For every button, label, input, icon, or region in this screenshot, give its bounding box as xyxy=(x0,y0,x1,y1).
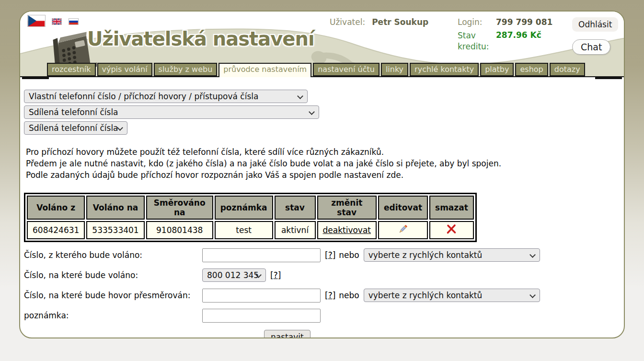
tab-sluzby-z-webu[interactable]: služby z webu xyxy=(154,63,218,76)
caller-help-link[interactable]: ? xyxy=(328,250,333,260)
col-volano-na: Voláno na xyxy=(86,196,144,220)
header-banner: Uživatelská nastavení Uživatel: Petr Sou… xyxy=(20,12,624,77)
tab-platby[interactable]: platby xyxy=(480,63,514,76)
form-row-called: Číslo, na které bude voláno: 800 012 345… xyxy=(24,268,620,282)
cell-stav: aktivní xyxy=(275,221,316,239)
bracket: ] xyxy=(333,291,336,300)
table-row: 608424631 533533401 910801438 test aktiv… xyxy=(27,221,474,239)
shared-numbers-table: Voláno z Voláno na Směrováno na poznámka… xyxy=(24,193,477,242)
tab-pruvodce-nastavenim[interactable]: průvodce nastavením xyxy=(218,63,311,77)
cell-smerovano-na: 910801438 xyxy=(146,221,213,239)
cell-volano-na: 533533401 xyxy=(86,221,144,239)
login-value: 799 799 081 xyxy=(496,17,552,27)
uk-flag-icon[interactable] xyxy=(52,18,62,25)
page-title: Uživatelská nastavení xyxy=(87,28,314,50)
intro-line-3: Podle zadaných údajů bude příchozí hovor… xyxy=(26,169,620,181)
forward-label: Číslo, na které bude hovor přesměrován: xyxy=(24,291,202,300)
user-name: Petr Soukup xyxy=(372,17,428,27)
bracket: [ xyxy=(325,291,328,300)
forward-help-link[interactable]: ? xyxy=(328,291,333,300)
called-number-select[interactable]: 800 012 345 xyxy=(202,268,266,282)
pencil-icon[interactable] xyxy=(397,223,409,235)
tab-eshop[interactable]: eshop xyxy=(515,63,548,76)
caller-label: Číslo, z kterého bude voláno: xyxy=(24,250,202,260)
submit-button[interactable]: nastavit xyxy=(264,330,310,338)
forward-help: [?] xyxy=(325,291,335,300)
form-row-note: poznámka: xyxy=(24,308,620,323)
form-row-forward: Číslo, na které bude hovor přesměrován: … xyxy=(24,288,620,303)
intro-text: Pro příchozí hovory můžete použít též te… xyxy=(26,146,620,181)
bracket: ] xyxy=(278,270,281,280)
tab-nastaveni-uctu[interactable]: nastavení účtu xyxy=(313,63,380,76)
caller-help: [?] xyxy=(325,250,335,260)
called-help-link[interactable]: ? xyxy=(274,270,278,280)
called-label: Číslo, na které bude voláno: xyxy=(24,270,202,280)
tab-rozcestnik[interactable]: rozcestník xyxy=(47,63,96,76)
login-info: Login: 799 799 081 xyxy=(458,17,552,27)
caller-input[interactable] xyxy=(202,248,321,262)
credit-label: Stav kreditu: xyxy=(458,30,496,52)
tab-vypis-volani[interactable]: výpis volání xyxy=(97,63,152,76)
col-smazat: smazat xyxy=(429,196,474,220)
nebo-text: nebo xyxy=(339,291,359,300)
form-row-caller: Číslo, z kterého bude voláno: [?] nebo v… xyxy=(24,248,620,262)
bracket: ] xyxy=(333,250,336,260)
col-editovat: editovat xyxy=(378,196,428,220)
main-navigation: rozcestník výpis volání služby z webu pr… xyxy=(20,63,624,77)
login-label: Login: xyxy=(458,17,496,27)
tab-rychle-kontakty[interactable]: rychlé kontakty xyxy=(410,63,479,76)
bracket: [ xyxy=(325,250,328,260)
subcategory-select[interactable]: Sdílená telefonní čísla xyxy=(24,105,319,119)
user-label: Uživatel: xyxy=(330,17,365,27)
user-info: Uživatel: Petr Soukup xyxy=(330,17,428,27)
credit-info: Stav kreditu: 287.96 Kč xyxy=(458,30,541,52)
russia-flag-icon[interactable] xyxy=(69,18,79,25)
cell-poznamka: test xyxy=(215,221,273,239)
note-label: poznámka: xyxy=(24,311,202,320)
content-area: Vlastní telefonní číslo / příchozí hovor… xyxy=(20,77,624,338)
logout-button[interactable]: Odhlásit xyxy=(572,17,618,32)
col-poznamka: poznámka xyxy=(215,196,273,220)
red-x-icon[interactable] xyxy=(446,224,457,234)
tab-linky[interactable]: linky xyxy=(381,63,408,76)
section-select[interactable]: Sdílená telefonní čísla xyxy=(24,121,127,135)
col-smerovano-na: Směrováno na xyxy=(146,196,213,220)
deactivate-link[interactable]: deaktivovat xyxy=(323,225,371,235)
category-select[interactable]: Vlastní telefonní číslo / příchozí hovor… xyxy=(24,90,308,103)
forward-input[interactable] xyxy=(202,289,321,303)
new-rule-form: Číslo, z kterého bude voláno: [?] nebo v… xyxy=(24,248,620,338)
called-help: [?] xyxy=(270,270,281,280)
col-stav: stav xyxy=(275,196,316,220)
intro-line-1: Pro příchozí hovory můžete použít též te… xyxy=(26,146,620,158)
table-header-row: Voláno z Voláno na Směrováno na poznámka… xyxy=(27,196,474,220)
caller-contacts-select[interactable]: vyberte z rychlých kontaktů xyxy=(364,248,540,262)
credit-value: 287.96 Kč xyxy=(496,30,541,52)
main-card: Uživatelská nastavení Uživatel: Petr Sou… xyxy=(19,11,625,338)
intro-line-2: Předem je ale nutné nastavit, kdo (z jak… xyxy=(26,158,620,169)
note-input[interactable] xyxy=(202,309,321,323)
cell-volano-z: 608424631 xyxy=(27,221,85,239)
chat-button[interactable]: Chat xyxy=(572,39,610,55)
forward-contacts-select[interactable]: vyberte z rychlých kontaktů xyxy=(364,289,540,302)
bracket: [ xyxy=(270,270,274,280)
col-volano-z: Voláno z xyxy=(27,196,85,220)
nebo-text: nebo xyxy=(339,250,359,260)
submit-row: nastavit xyxy=(264,330,620,338)
col-zmenit-stav: změnit stav xyxy=(317,196,377,220)
tab-dotazy[interactable]: dotazy xyxy=(550,63,585,76)
